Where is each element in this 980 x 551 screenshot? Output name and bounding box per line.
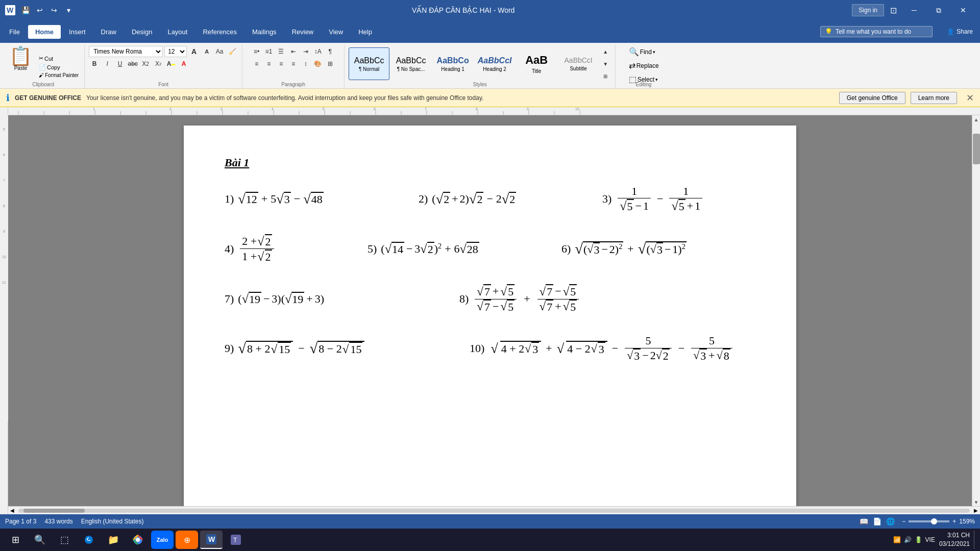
font-case-button[interactable]: Aa [214,46,225,57]
multilevel-list-button[interactable]: ☰ [276,46,287,57]
text-highlight-button[interactable]: A▬ [165,58,177,69]
menu-review[interactable]: Review [285,25,321,39]
superscript-button[interactable]: X2 [153,58,164,69]
menu-help[interactable]: Help [351,25,379,39]
font-name-select[interactable]: Times New Roma [89,46,163,57]
save-button[interactable]: 💾 [19,4,32,16]
styles-more[interactable]: ⊞ [600,70,611,82]
align-left-button[interactable]: ≡ [251,58,262,69]
bullets-button[interactable]: ≡• [251,46,262,57]
sign-in-button[interactable]: Sign in [852,4,884,16]
menu-mailings[interactable]: Mailings [245,25,284,39]
font-color-button[interactable]: A [178,58,189,69]
document-scroll-area[interactable]: Bài 1 1) √12 + 5 [8,115,972,506]
justify-button[interactable]: ≡ [288,58,299,69]
zoom-slider[interactable] [909,520,949,522]
app-button[interactable]: ⊕ [176,531,198,549]
undo-button[interactable]: ↩ [34,4,46,16]
replace-button[interactable]: ⇄ Replace [627,60,661,71]
menu-draw[interactable]: Draw [94,25,124,39]
file-explorer-button[interactable]: 📁 [102,531,125,549]
font-group: Times New Roma 12 A A Aa 🧹 B I U abc X2 [85,45,242,88]
scroll-thumb[interactable] [973,134,980,164]
styles-scroll-up[interactable]: ▲ [600,46,611,57]
redo-button[interactable]: ↪ [48,4,60,16]
format-painter-button[interactable]: 🖌Format Painter [37,72,80,79]
font-grow-button[interactable]: A [188,46,200,57]
horizontal-scrollbar[interactable]: ◀ ▶ [8,506,980,514]
style-normal[interactable]: AaBbCc ¶ Normal [349,47,389,80]
font-shrink-button[interactable]: A [201,46,212,57]
scroll-up-button[interactable]: ▲ [972,115,980,123]
find-button[interactable]: 🔍 Find ▾ [627,46,661,58]
search-box[interactable]: 💡 Tell me what you want to do [820,26,933,37]
show-formatting-button[interactable]: ¶ [325,46,336,57]
svg-text:8: 8 [3,204,5,208]
paste-button[interactable]: 📋 Paste [6,46,35,87]
borders-button[interactable]: ⊞ [325,58,336,69]
read-mode-button[interactable]: 📖 [858,516,869,527]
zalo-button[interactable]: Zalo [151,531,174,549]
underline-button[interactable]: U [114,58,126,69]
align-right-button[interactable]: ≡ [276,58,287,69]
increase-indent-button[interactable]: ⇥ [300,46,311,57]
menu-insert[interactable]: Insert [62,25,93,39]
scroll-track[interactable] [972,123,980,498]
print-layout-button[interactable]: 📄 [871,516,883,527]
scroll-right-button[interactable]: ▶ [972,508,980,513]
italic-button[interactable]: I [102,58,113,69]
style-heading1[interactable]: AaBbCo Heading 1 [432,47,473,80]
word-taskbar-button[interactable]: W [200,531,223,549]
replace-icon: ⇄ [629,61,635,70]
task-view-button[interactable]: ⬚ [53,531,76,549]
get-genuine-button[interactable]: Get genuine Office [839,92,905,104]
menu-file[interactable]: File [2,25,27,39]
ribbon-display-button[interactable]: ⊡ [888,5,898,15]
edge-button[interactable] [78,531,100,549]
style-heading2[interactable]: AaBbCcI Heading 2 [474,47,515,80]
clear-format-button[interactable]: 🧹 [227,46,238,57]
close-button[interactable]: ✕ [951,2,975,18]
font-size-select[interactable]: 12 [164,46,187,57]
zoom-out-button[interactable]: − [902,518,905,525]
style-no-spacing[interactable]: AaBbCc ¶ No Spac... [390,47,431,80]
chrome-button[interactable] [127,531,149,549]
menu-design[interactable]: Design [125,25,159,39]
numbering-button[interactable]: ≡1 [263,46,275,57]
notification-close-button[interactable]: ✕ [966,92,974,104]
restore-button[interactable]: ⧉ [927,2,950,18]
share-button[interactable]: 👤 Share [942,26,978,37]
menu-home[interactable]: Home [28,25,61,39]
web-layout-button[interactable]: 🌐 [885,516,896,527]
vertical-scrollbar[interactable]: ▲ ▼ [972,115,980,506]
zoom-in-button[interactable]: + [952,518,956,525]
more-button[interactable]: ▾ [62,4,75,16]
search-button[interactable]: 🔍 [29,531,51,549]
menu-layout[interactable]: Layout [160,25,194,39]
h-scroll-thumb[interactable] [23,509,85,513]
menu-references[interactable]: References [195,25,243,39]
style-title[interactable]: AaB Title [516,47,557,80]
scroll-left-button[interactable]: ◀ [8,508,16,513]
align-center-button[interactable]: ≡ [263,58,275,69]
subscript-button[interactable]: X2 [140,58,151,69]
h-scroll-track[interactable] [18,509,970,513]
strikethrough-button[interactable]: abc [127,58,138,69]
show-desktop-button[interactable] [974,531,976,549]
teams-button[interactable]: T [225,531,247,549]
style-subtitle[interactable]: AaBbCcI Subtitle [558,47,599,80]
learn-more-button[interactable]: Learn more [911,92,957,104]
minimize-button[interactable]: ─ [902,2,926,18]
cut-button[interactable]: ✂Cut [37,55,80,62]
vertical-ruler: 5 6 7 8 9 10 11 [0,115,8,514]
start-button[interactable]: ⊞ [4,531,27,549]
bold-button[interactable]: B [89,58,100,69]
sort-button[interactable]: ↕A [312,46,324,57]
menu-view[interactable]: View [322,25,350,39]
line-spacing-button[interactable]: ↕ [300,58,311,69]
copy-button[interactable]: 📄Copy [37,63,80,71]
scroll-down-button[interactable]: ▼ [972,498,980,506]
decrease-indent-button[interactable]: ⇤ [288,46,299,57]
styles-scroll-down[interactable]: ▼ [600,58,611,69]
shading-button[interactable]: 🎨 [312,58,324,69]
